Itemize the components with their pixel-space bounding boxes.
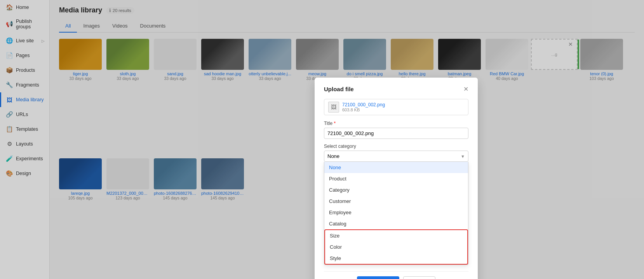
dropdown-option-product[interactable]: Product — [324, 173, 468, 184]
dropdown-option-category[interactable]: Category — [324, 184, 468, 196]
dropdown-option-style[interactable]: Style — [325, 253, 467, 264]
upload-modal: Upload file ✕ 🖼 72100_000_002.png 603.8 … — [315, 78, 478, 279]
dropdown-option-catalog[interactable]: Catalog — [324, 218, 468, 229]
title-input[interactable] — [324, 128, 468, 139]
category-select[interactable]: None ▼ — [324, 151, 468, 162]
modal-header: Upload file ✕ — [324, 85, 468, 93]
upload-now-button[interactable]: Upload now — [357, 276, 399, 279]
file-preview: 🖼 72100_000_002.png 603.8 KB — [324, 99, 468, 115]
chevron-down-icon: ▼ — [461, 154, 465, 159]
category-dropdown-list: None Product Category Customer Employee … — [324, 162, 468, 265]
file-name: 72100_000_002.png — [342, 102, 385, 107]
modal-footer: Upload now Cancel — [324, 271, 468, 279]
modal-title: Upload file — [324, 86, 354, 92]
dropdown-option-employee[interactable]: Employee — [324, 207, 468, 218]
file-size: 603.8 KB — [342, 107, 385, 112]
category-label: Select category — [324, 144, 468, 149]
file-type-icon: 🖼 — [328, 102, 339, 113]
cancel-button[interactable]: Cancel — [403, 276, 435, 279]
dropdown-option-size[interactable]: Size — [325, 230, 467, 241]
title-field-label: Title * — [324, 121, 468, 126]
modal-close-button[interactable]: ✕ — [463, 85, 468, 93]
required-asterisk: * — [334, 121, 336, 126]
dropdown-option-none[interactable]: None — [324, 162, 468, 173]
file-info: 72100_000_002.png 603.8 KB — [342, 102, 385, 112]
category-selected-value: None — [327, 153, 339, 159]
modal-overlay: Upload file ✕ 🖼 72100_000_002.png 603.8 … — [0, 0, 644, 279]
dropdown-option-customer[interactable]: Customer — [324, 196, 468, 207]
dropdown-option-color[interactable]: Color — [325, 241, 467, 253]
highlighted-options-group: Size Color Style — [324, 229, 468, 265]
